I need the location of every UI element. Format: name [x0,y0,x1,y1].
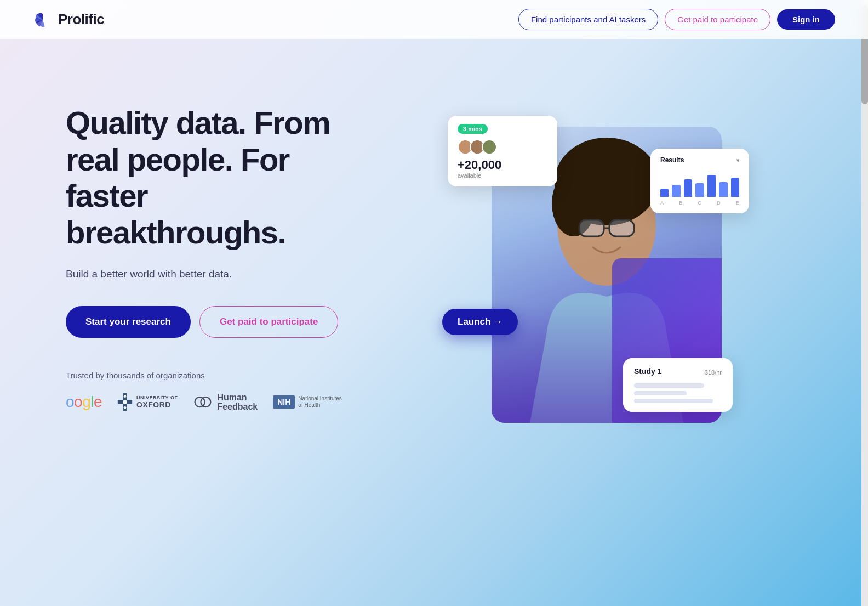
launch-text: Launch → [458,316,502,327]
found-in-label: available [458,172,547,179]
get-paid-cta-button[interactable]: Get paid to participate [199,306,338,338]
card-results: Results ▾ A B C D E [650,149,749,213]
signin-button[interactable]: Sign in [777,9,835,30]
headline-line3: faster breakthroughs. [66,178,285,250]
study-line-3 [634,399,713,403]
hf-feedback-text: Feedback [217,402,258,412]
svg-point-15 [475,142,480,148]
avatars-row [458,139,547,155]
card-launch[interactable]: Launch → [442,309,518,335]
svg-point-6 [201,397,211,407]
google-text: oogle [66,393,102,411]
svg-rect-10 [579,220,604,236]
headline-line1: Quality data. From [66,105,330,140]
main-content: Quality data. From real people. For fast… [0,39,868,533]
trusted-section: Trusted by thousands of organizations oo… [66,371,351,412]
bar-7 [731,178,739,197]
svg-rect-11 [609,220,634,236]
found-in-count: +20,000 [458,158,547,172]
bar-1 [660,189,669,197]
find-participants-button[interactable]: Find participants and AI taskers [518,9,658,30]
bar-5 [707,175,716,197]
google-logo: oogle [66,393,102,411]
logo-text: Prolific [58,11,104,28]
hero-subtext: Build a better world with better data. [66,267,351,282]
right-panel: 3 mins +20,000 available [351,83,824,467]
card-found-in: 3 mins +20,000 available [448,116,557,186]
bar-3 [684,179,692,197]
nav-buttons: Find participants and AI taskers Get pai… [518,9,835,30]
cta-buttons: Start your research Get paid to particip… [66,306,351,338]
svg-point-4 [124,406,127,409]
results-header: Results ▾ [660,156,739,164]
svg-point-13 [462,142,468,148]
svg-point-14 [461,148,469,154]
human-feedback-logo: Human Feedback [193,392,258,412]
prolific-logo-icon [33,10,53,30]
bar-6 [719,182,727,197]
results-chart [660,169,739,197]
oxford-text-block: UNIVERSITY OF OXFORD [136,395,178,409]
oxford-logo: UNIVERSITY OF OXFORD [117,393,178,411]
svg-point-5 [195,397,205,407]
study-price: $18/hr [705,369,722,376]
svg-point-2 [123,400,127,404]
results-dropdown-icon: ▾ [736,157,739,163]
svg-point-17 [487,142,492,148]
svg-point-3 [124,395,127,398]
study-lines [634,383,722,403]
start-research-button[interactable]: Start your research [66,306,191,338]
oxford-name-text: OXFORD [136,401,178,409]
svg-point-18 [485,148,493,154]
card-study: Study 1 $18/hr [623,358,733,412]
hero-headline: Quality data. From real people. For fast… [66,105,351,251]
oxford-crest-icon [117,393,133,411]
chart-labels: A B C D E [660,200,739,206]
results-title: Results [660,156,684,164]
found-in-badge: 3 mins [458,124,488,134]
logo-container: Prolific [33,10,104,30]
get-paid-nav-button[interactable]: Get paid to participate [665,9,770,30]
study-title: Study 1 [634,367,662,376]
hero-image-container: 3 mins +20,000 available [437,105,738,445]
study-line-2 [634,391,687,395]
bar-4 [695,183,704,197]
nih-logo: NIH National Institutes of Health [273,395,342,409]
left-panel: Quality data. From real people. For fast… [66,83,351,412]
study-line-1 [634,383,704,388]
hf-text-block: Human Feedback [217,393,258,412]
human-feedback-icon [193,392,213,412]
bar-2 [672,185,680,197]
svg-point-16 [473,148,481,154]
avatar-3 [482,139,497,155]
nih-full-text: National Institutes of Health [298,395,342,409]
nih-badge-text: NIH [273,395,295,409]
hf-human-text: Human [217,393,258,403]
trusted-label: Trusted by thousands of organizations [66,371,351,380]
headline-line2: real people. For [66,141,289,177]
logos-row: oogle UNIVERSITY OF OXFORD [66,392,351,412]
navbar: Prolific Find participants and AI tasker… [0,0,868,39]
